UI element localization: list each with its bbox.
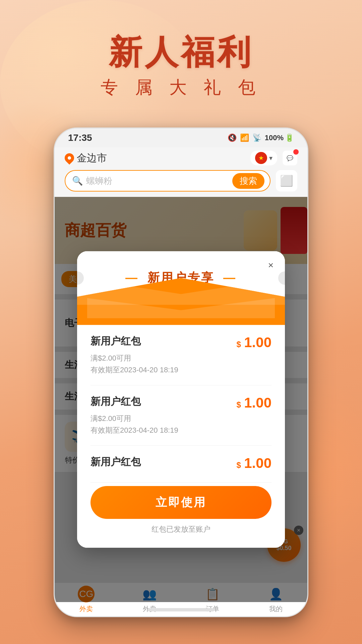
amount-value-3: 1.00	[244, 455, 272, 471]
search-placeholder: 螺蛳粉	[86, 175, 228, 187]
status-time: 17:35	[68, 132, 92, 143]
amount-prefix-1: $	[236, 340, 241, 349]
search-bar[interactable]: 🔍 螺蛳粉 搜索	[65, 170, 270, 192]
amount-prefix-2: $	[236, 400, 241, 409]
coupon-notch-left	[77, 271, 84, 285]
coupon-expiry-1: 有效期至2023-04-20 18:19	[90, 364, 236, 376]
coupon-amount-1: $ 1.00	[236, 334, 272, 351]
coupon-name-2: 新用户红包	[90, 395, 236, 409]
nav-home-label: 外卖	[79, 604, 93, 613]
coupon-expiry-2: 有效期至2023-04-20 18:19	[90, 424, 236, 436]
coupon-notch-right	[278, 271, 285, 285]
modal-header: — 新用户专享 —	[77, 251, 285, 325]
dash-left: —	[125, 271, 139, 284]
dash-right: —	[223, 271, 237, 284]
app-header: 金边市 ★ ▾ 💬 🔍 螺蛳粉 搜索 ⬜	[55, 147, 307, 197]
coupon-desc-2: 满$2.00可用 有效期至2023-04-20 18:19	[90, 413, 236, 436]
location-row: 金边市 ★ ▾ 💬	[65, 151, 297, 165]
coupon-amount-3: $ 1.00	[236, 455, 272, 471]
amount-value-2: 1.00	[244, 395, 272, 411]
promo-section: 新人福利 专 属 大 礼 包	[0, 0, 362, 99]
coupon-name-3: 新用户红包	[90, 455, 236, 469]
status-bar: 17:35 🔇 📶 📡 100% 🔋	[55, 128, 307, 147]
message-button[interactable]: 💬	[283, 151, 297, 165]
modal-overlay[interactable]: × — 新用户专享 —	[55, 197, 307, 602]
coupon-name-1: 新用户红包	[90, 334, 236, 348]
language-selector[interactable]: ★ ▾	[250, 151, 277, 165]
modal-close-button[interactable]: ×	[263, 258, 278, 273]
coupon-min-2: 满$2.00可用	[90, 413, 236, 424]
search-row: 🔍 螺蛳粉 搜索 ⬜	[65, 170, 297, 192]
coupon-info-2: 新用户红包 满$2.00可用 有效期至2023-04-20 18:19	[90, 395, 236, 436]
coupon-item-2: 新用户红包 满$2.00可用 有效期至2023-04-20 18:19 $ 1.…	[90, 385, 272, 446]
coupon-item-1: 新用户红包 满$2.00可用 有效期至2023-04-20 18:19 $ 1.…	[90, 325, 272, 385]
battery-indicator: 100% 🔋	[265, 133, 294, 142]
coupon-modal: × — 新用户专享 —	[77, 251, 285, 548]
message-icon: 💬	[287, 155, 293, 161]
cta-button[interactable]: 立即使用	[90, 486, 272, 519]
amount-value-1: 1.00	[244, 334, 272, 350]
chevron-down-icon: ▾	[269, 154, 273, 162]
coupon-info-1: 新用户红包 满$2.00可用 有效期至2023-04-20 18:19	[90, 334, 236, 376]
wifi-icon: 📶	[240, 133, 249, 142]
battery-icon: 🔋	[285, 133, 294, 142]
coupon-item-3: 新用户红包 $ 1.00	[90, 446, 272, 483]
phone-mockup: 17:35 🔇 📶 📡 100% 🔋 金边市 ★ ▾ �	[54, 127, 308, 617]
status-icons: 🔇 📶 📡 100% 🔋	[228, 133, 294, 142]
location-left[interactable]: 金边市	[65, 151, 107, 165]
battery-percent: 100%	[265, 133, 284, 142]
promo-subtitle: 专 属 大 礼 包	[0, 76, 362, 99]
location-pin-icon	[63, 151, 76, 165]
promo-title: 新人福利	[0, 34, 362, 70]
amount-prefix-3: $	[236, 461, 241, 470]
cta-note: 红包已发放至账户	[90, 524, 272, 534]
search-icon: 🔍	[72, 176, 82, 186]
coupon-amount-2: $ 1.00	[236, 395, 272, 411]
coupon-info-3: 新用户红包	[90, 455, 236, 473]
nav-profile-label: 我的	[269, 604, 283, 613]
app-content: 商超百货 美食 奶茶 仓 电子 生活 生活	[55, 197, 307, 602]
mute-icon: 🔇	[228, 133, 237, 142]
modal-body: 新用户红包 满$2.00可用 有效期至2023-04-20 18:19 $ 1.…	[77, 325, 285, 548]
coupon-min-1: 满$2.00可用	[90, 352, 236, 364]
scan-icon: ⬜	[280, 174, 293, 187]
flag-icon: ★	[255, 152, 267, 164]
home-indicator	[147, 608, 215, 611]
coupon-desc-1: 满$2.00可用 有效期至2023-04-20 18:19	[90, 352, 236, 376]
location-right: ★ ▾ 💬	[250, 151, 297, 165]
scan-button[interactable]: ⬜	[276, 170, 297, 192]
location-text: 金边市	[77, 151, 107, 165]
signal-icon: 📡	[252, 133, 261, 142]
search-button[interactable]: 搜索	[232, 173, 264, 189]
message-badge	[293, 149, 299, 155]
